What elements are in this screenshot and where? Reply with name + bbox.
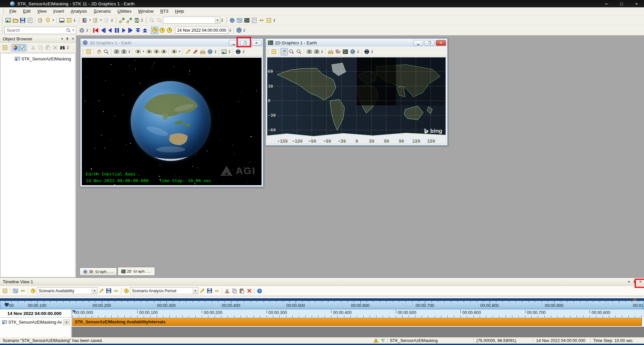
toolbar-overflow-icon[interactable]: ≡▾ <box>228 29 232 32</box>
toolbar-grip[interactable] <box>78 17 79 23</box>
toolbar-overflow-icon[interactable]: ≡▾ <box>128 50 131 53</box>
3d-pan-hand-button[interactable] <box>95 48 103 55</box>
2d-pan-hand-button[interactable] <box>281 48 288 55</box>
timeline-help-button[interactable] <box>256 287 263 295</box>
toolbar-overflow-icon[interactable]: ≡▾ <box>242 50 246 53</box>
toggle-2d3d-graphics-button[interactable] <box>12 44 19 51</box>
toolbar-overflow-icon[interactable]: ≡▾ <box>140 19 144 22</box>
3d-measure-button[interactable] <box>199 48 206 55</box>
2d-close-button[interactable]: ✕ <box>436 40 446 46</box>
2d-snap-frame-button[interactable] <box>313 48 320 55</box>
toolbar-grip[interactable] <box>3 8 4 14</box>
2d-zoom-ratio-button[interactable] <box>334 48 342 55</box>
toolbar-grip[interactable] <box>1 27 3 33</box>
availability-combobox[interactable]: Scenario Availability ▼ <box>37 287 98 294</box>
globe-manager-button[interactable] <box>235 27 243 34</box>
save-button[interactable] <box>19 17 26 24</box>
timeline-overview-bar[interactable] <box>0 298 644 301</box>
toolbar-overflow-icon[interactable]: ≡▾ <box>66 46 70 49</box>
search-options-arrow-icon[interactable]: ▾ <box>71 29 75 31</box>
3d-zoom-button[interactable] <box>103 48 110 55</box>
edit-availability-pencil-button[interactable] <box>98 287 105 295</box>
dropdown-arrow-icon[interactable]: ▾ <box>88 19 92 21</box>
2d-stored-views-button[interactable] <box>363 48 370 55</box>
3d-globe-options-button[interactable] <box>206 48 214 55</box>
2d-minimize-button[interactable]: ▁ <box>413 40 423 46</box>
2d-zoom-out-button[interactable] <box>295 48 303 55</box>
2d-window-titlebar[interactable]: 2D Graphics 1 - Earth ▁ ❐ ✕ <box>266 39 447 47</box>
object-browser-tree[interactable]: STK_SensorAzElMasking <box>0 53 75 277</box>
2d-measure-button[interactable] <box>327 48 334 55</box>
2d-zoom-in-button[interactable] <box>288 48 295 55</box>
combobox-arrow-icon[interactable]: ▼ <box>215 17 220 23</box>
availability-clock-icon[interactable] <box>29 287 37 295</box>
analysis-period-combobox[interactable]: Scenario Analysis Period ▼ <box>130 287 198 294</box>
toolbar-overflow-icon[interactable]: ≡▾ <box>243 29 246 32</box>
2d-globe-options-button[interactable] <box>349 48 356 55</box>
3d-rotate-view-button[interactable] <box>170 48 178 55</box>
time-options-clock-button[interactable] <box>166 27 173 34</box>
3d-view-camera-button[interactable] <box>113 48 120 55</box>
pane-close-icon[interactable]: ✕ <box>639 280 642 284</box>
dropdown-arrow-icon[interactable]: ▾ <box>99 19 103 21</box>
3d-maximize-button[interactable]: ❐ <box>240 40 250 46</box>
find-button[interactable] <box>59 44 66 51</box>
2d-map-canvas[interactable]: 60300-30-60-150-120-90-60-30030609012015… <box>267 57 446 144</box>
timeline-track-header[interactable]: STK_SensorAzElMasking Availa <box>0 318 71 327</box>
animation-faster-button[interactable] <box>141 27 148 34</box>
menu-file[interactable]: File <box>6 8 19 15</box>
toggle-object-list-button[interactable] <box>19 44 26 51</box>
analysis-period-fit-button[interactable] <box>213 287 220 295</box>
dropdown-arrow-icon[interactable]: ▾ <box>142 51 145 52</box>
animation-time-combobox[interactable] <box>175 27 228 34</box>
timeline-zoom-ruler[interactable]: 0000:00.10000:00.20000:00.30000:00.40000… <box>0 301 644 309</box>
analysis-period-clock-icon[interactable] <box>123 287 130 295</box>
report-manager-button[interactable] <box>251 17 258 24</box>
html-viewer-button[interactable] <box>58 17 65 24</box>
save-availability-button[interactable] <box>105 287 112 295</box>
new-scenario-button[interactable] <box>4 17 12 24</box>
close-button[interactable]: × <box>629 0 644 7</box>
toolbar-grip[interactable] <box>225 17 227 23</box>
animation-step-forward-button[interactable] <box>127 27 134 34</box>
search-box[interactable]: ▾ <box>4 27 76 34</box>
pane-pin-icon[interactable] <box>65 37 69 41</box>
tab-3d-graphics[interactable]: 3D Graph... <box>79 268 117 276</box>
insert-object-button[interactable] <box>37 17 44 24</box>
earth-globe[interactable] <box>131 81 211 161</box>
minimize-button[interactable]: ─ <box>599 0 614 7</box>
toolbar-overflow-icon[interactable]: ≡▾ <box>73 19 76 22</box>
3d-home-view-button[interactable] <box>145 48 153 55</box>
pane-dropdown-icon[interactable]: ▾ <box>628 280 630 284</box>
3d-view-canvas[interactable]: AGI Earth Inertial Axes 14 Nov 2022 04:0… <box>82 58 262 185</box>
dropdown-arrow-icon[interactable]: ▾ <box>178 51 181 52</box>
toolbar-overflow-icon[interactable]: ≡▾ <box>110 19 114 22</box>
3d-stored-views-button[interactable] <box>234 48 242 55</box>
add-time-component-button[interactable] <box>12 287 19 295</box>
3d-terrain-button[interactable] <box>220 48 228 55</box>
object-properties-button[interactable] <box>1 44 9 51</box>
toolbar-overflow-icon[interactable]: ≡▾ <box>273 19 276 22</box>
pane-dropdown-icon[interactable]: ▾ <box>61 37 63 41</box>
dropdown-arrow-icon[interactable]: ▾ <box>51 19 55 21</box>
menu-scenario[interactable]: Scenario <box>91 8 114 15</box>
toolbar-grip[interactable] <box>1 17 3 23</box>
report-button[interactable] <box>26 17 34 24</box>
object-combobox[interactable]: ▼ <box>163 17 220 24</box>
3d-north-view-button[interactable] <box>153 48 160 55</box>
3d-close-button[interactable]: ✕ <box>252 40 262 46</box>
2d-imagery-button[interactable] <box>342 48 349 55</box>
toolbar-grip[interactable] <box>267 48 269 55</box>
pane-close-icon[interactable]: ✕ <box>71 37 74 41</box>
edit-analysis-period-pencil-button[interactable] <box>198 287 206 295</box>
menu-view[interactable]: View <box>34 8 49 15</box>
combobox-arrow-icon[interactable]: ▼ <box>92 288 97 294</box>
toolbar-overflow-icon[interactable]: ≡▾ <box>86 29 89 32</box>
3d-axes-pencil-button[interactable] <box>192 48 199 55</box>
menu-insert[interactable]: Insert <box>50 8 67 15</box>
3d-minimize-button[interactable]: ▁ <box>229 40 239 46</box>
timeline-paste-button[interactable] <box>238 287 246 295</box>
menu-window[interactable]: Window <box>135 8 157 15</box>
animation-slower-button[interactable] <box>134 27 141 34</box>
menu-analysis[interactable]: Analysis <box>68 8 90 15</box>
